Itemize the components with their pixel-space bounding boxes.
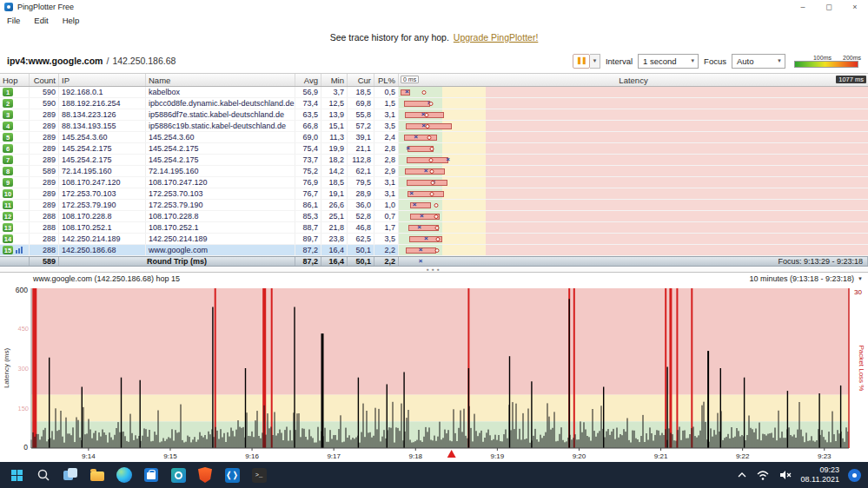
avg-cell: 56,9: [295, 87, 321, 97]
col-pl[interactable]: PL%: [374, 74, 399, 86]
table-row[interactable]: 858972.14.195.16072.14.195.16075,214,262…: [0, 166, 868, 177]
col-avg[interactable]: Avg: [295, 74, 321, 86]
task-view-icon[interactable]: [61, 465, 80, 485]
table-row[interactable]: 13288108.170.252.1108.170.252.188,721,84…: [0, 222, 868, 234]
ip-cell: 108.170.247.120: [59, 177, 146, 188]
ip-cell: 88.134.193.155: [59, 121, 146, 131]
hop-latency-graph: ×: [399, 200, 868, 210]
timeline-range-label: 10 minutes (9:13:18 - 9:23:18): [749, 274, 854, 283]
hop-number-badge: 6: [3, 144, 13, 153]
current-latency-marker: ×: [420, 211, 424, 221]
col-hop[interactable]: Hop: [0, 74, 30, 86]
hop-cell: 4: [0, 121, 30, 131]
min-cell: 25,1: [321, 211, 348, 221]
file-explorer-icon[interactable]: [88, 465, 107, 485]
min-cell: 19,1: [321, 188, 348, 199]
col-cur[interactable]: Cur: [348, 74, 374, 86]
hop-latency-graph: ×: [399, 132, 868, 142]
cur-cell: 62,5: [348, 234, 374, 244]
table-row[interactable]: 10289172.253.70.103172.253.70.10376,719,…: [0, 188, 868, 200]
close-button[interactable]: ×: [842, 0, 868, 14]
table-row[interactable]: 12288108.170.228.8108.170.228.885,325,15…: [0, 211, 868, 222]
table-row[interactable]: 11289172.253.79.190172.253.79.19086,126,…: [0, 200, 868, 211]
edge-icon[interactable]: [115, 465, 134, 485]
table-row[interactable]: 1590192.168.0.1kabelbox56,93,718,50,5×: [0, 87, 868, 98]
network-icon[interactable]: [756, 469, 770, 481]
pause-dropdown-button[interactable]: ▼: [590, 54, 600, 69]
hop-latency-graph: ×: [399, 98, 868, 109]
active-graph-icon: [16, 247, 23, 254]
volume-icon[interactable]: [779, 469, 792, 481]
hop-number-badge: 13: [3, 223, 13, 232]
cur-cell: 57,2: [348, 121, 374, 131]
min-cell: 18,5: [321, 177, 348, 188]
min-cell: 13,9: [321, 109, 348, 120]
pl-cell: 3,5: [374, 234, 399, 244]
minimize-button[interactable]: –: [790, 0, 816, 14]
table-row[interactable]: 6289145.254.2.175145.254.2.17575,419,921…: [0, 143, 868, 155]
timeline-chart[interactable]: 150300450600030Latency (ms)Packet Loss %…: [0, 285, 868, 463]
table-row[interactable]: 9289108.170.247.120108.170.247.12076,918…: [0, 177, 868, 188]
name-cell: kabelbox: [146, 87, 295, 97]
store-icon[interactable]: [142, 465, 161, 485]
current-latency-marker: ×: [417, 222, 421, 233]
current-latency-marker: ×: [413, 200, 417, 210]
ip-cell: 188.192.216.254: [59, 98, 146, 109]
avg-latency-marker: [434, 214, 438, 219]
maximize-button[interactable]: ◻: [816, 0, 842, 14]
round-trip-row[interactable]: 589 Round Trip (ms) 87,2 16,4 50,1 2,2 ×…: [0, 256, 868, 267]
table-row[interactable]: 15288142.250.186.68www.google.com87,216,…: [0, 245, 868, 256]
name-cell: ip5886c19b.static.kabel-deutschland.de: [146, 121, 295, 131]
table-row[interactable]: 328988.134.223.126ip5886df7e.static.kabe…: [0, 109, 868, 121]
name-cell: 145.254.3.60: [146, 132, 295, 142]
col-min[interactable]: Min: [321, 74, 348, 86]
brave-icon[interactable]: [195, 465, 215, 485]
taskbar: ❬❭ >_ 09:23 08.11.2021: [0, 462, 868, 488]
table-row[interactable]: 5289145.254.3.60145.254.3.6069,011,339,1…: [0, 132, 868, 143]
min-cell: 23,8: [321, 234, 348, 244]
table-row[interactable]: 428988.134.193.155ip5886c19b.static.kabe…: [0, 121, 868, 132]
avg-cell: 76,9: [295, 177, 321, 188]
menu-edit[interactable]: Edit: [34, 16, 48, 25]
col-count[interactable]: Count: [30, 74, 59, 86]
count-cell: 590: [30, 98, 59, 109]
upgrade-link[interactable]: Upgrade PingPlotter!: [454, 32, 538, 43]
timeline-range-select[interactable]: 10 minutes (9:13:18 - 9:23:18) ▼: [749, 274, 863, 283]
pl-cell: 0,7: [374, 211, 399, 221]
taskbar-clock[interactable]: 09:23 08.11.2021: [801, 465, 839, 485]
menu-file[interactable]: File: [7, 16, 20, 25]
focus-select[interactable]: Auto ▼: [732, 54, 785, 69]
svg-text:9:17: 9:17: [327, 452, 341, 460]
cur-cell: 46,8: [348, 222, 374, 233]
photos-icon[interactable]: [169, 465, 188, 485]
menu-bar: File Edit Help: [0, 14, 868, 26]
table-header: Hop Count IP Name Avg Min Cur PL% 0 ms L…: [0, 73, 868, 87]
terminal-icon[interactable]: >_: [249, 465, 268, 485]
count-cell: 289: [30, 188, 59, 199]
latency-gradient-bar: [794, 61, 858, 68]
current-latency-marker: ×: [409, 188, 414, 199]
col-ip[interactable]: IP: [59, 74, 146, 86]
app-logo-icon: [4, 3, 13, 11]
table-row[interactable]: 14288142.250.214.189142.250.214.18989,72…: [0, 234, 868, 245]
hop-number-badge: 9: [3, 178, 13, 187]
table-row[interactable]: 2590188.192.216.254ipbcc0d8fe.dynamic.ka…: [0, 98, 868, 109]
summary-graph-cell: × Focus: 9:13:29 - 9:23:18: [399, 257, 868, 266]
start-button[interactable]: [7, 465, 26, 485]
interval-select[interactable]: 1 second ▼: [638, 54, 699, 69]
svg-text:9:20: 9:20: [573, 452, 586, 460]
vscode-icon[interactable]: ❬❭: [222, 465, 242, 485]
hop-number-badge: 14: [3, 234, 13, 243]
avg-latency-marker: [434, 203, 439, 208]
notification-icon[interactable]: [848, 469, 861, 482]
search-icon[interactable]: [34, 465, 53, 485]
table-row[interactable]: 7289145.254.2.175145.254.2.17573,718,211…: [0, 155, 868, 166]
pause-button[interactable]: ❚❚: [573, 54, 590, 69]
menu-help[interactable]: Help: [63, 16, 80, 25]
ip-cell: 172.253.70.103: [59, 188, 146, 199]
svg-text:9:19: 9:19: [491, 452, 505, 460]
col-name[interactable]: Name: [146, 74, 295, 86]
tray-expand-icon[interactable]: [737, 472, 747, 478]
summary-pl: 2,2: [374, 257, 399, 266]
hop-number-badge: 5: [3, 133, 13, 142]
